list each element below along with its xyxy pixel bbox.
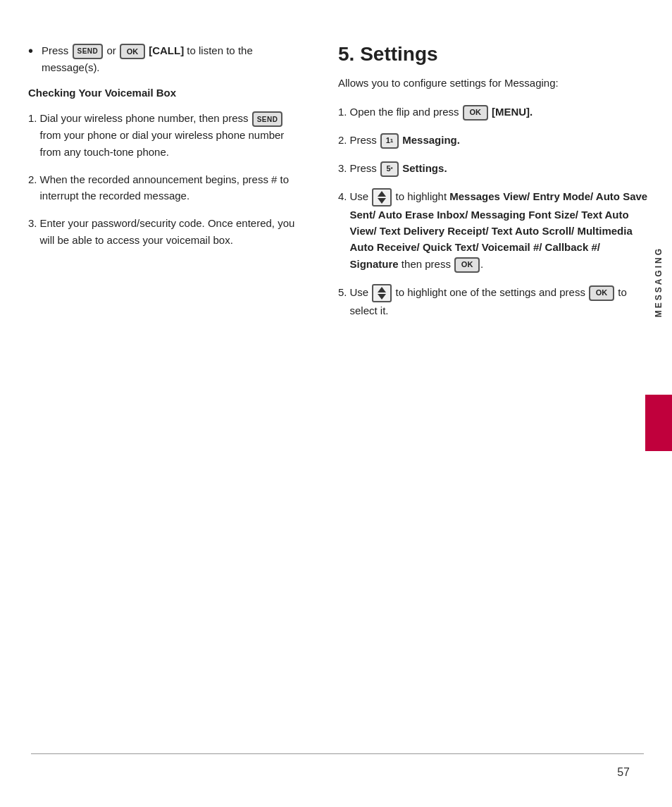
s5-num: 5. xyxy=(338,284,347,300)
s2-num: 2. xyxy=(338,132,347,148)
s5-content: Use to highlight one of the settings and… xyxy=(350,284,651,319)
settings-step-1: 1. Open the flip and press OK [MENU]. xyxy=(338,104,651,121)
send-btn-step1: SEND xyxy=(252,111,283,127)
s1-content: Open the flip and press OK [MENU]. xyxy=(350,104,651,121)
settings-step-3: 3. Press 5* Settings. xyxy=(338,160,651,177)
s3-content: Press 5* Settings. xyxy=(350,160,651,177)
voicemail-step-3: 3. Enter your password/security code. On… xyxy=(28,215,303,248)
step-2-content: When the recorded announcement begins, p… xyxy=(40,171,303,204)
ok-btn-s5: OK xyxy=(589,285,614,301)
page-number: 57 xyxy=(617,766,630,779)
step-3-num: 3. xyxy=(28,215,37,231)
s4-content: Use to highlight Messages View/ Entry Mo… xyxy=(350,188,651,273)
step-1-content: Dial your wireless phone number, then pr… xyxy=(40,110,303,160)
voicemail-steps: 1. Dial your wireless phone number, then… xyxy=(28,110,303,248)
bullet-dot: • xyxy=(28,40,33,61)
settings-title: 5. Settings xyxy=(338,42,651,66)
voicemail-heading: Checking Your Voicemail Box xyxy=(28,85,303,100)
settings-step-2: 2. Press 11 Messaging. xyxy=(338,132,651,149)
arrow-up-icon xyxy=(378,191,386,197)
arrow-down-icon-2 xyxy=(378,294,386,300)
send-button-icon: SEND xyxy=(73,44,104,59)
sidebar-container: MESSAGING xyxy=(645,247,672,317)
page-container: • Press SEND or OK [CALL] to listen to t… xyxy=(0,0,672,807)
ok-btn-s4: OK xyxy=(454,257,480,273)
ok-button-icon: OK xyxy=(120,44,145,59)
num-btn-5: 5* xyxy=(380,161,399,177)
right-column: 5. Settings Allows you to configure sett… xyxy=(324,42,651,765)
sidebar-bar xyxy=(645,395,672,451)
num-btn-1: 11 xyxy=(380,133,399,149)
step-2-num: 2. xyxy=(28,171,37,187)
settings-step-5: 5. Use to highlight one of the settings … xyxy=(338,284,651,319)
bullet-text: Press SEND or OK [CALL] to listen to the… xyxy=(42,42,303,75)
s1-num: 1. xyxy=(338,104,347,120)
settings-step-4: 4. Use to highlight Messages View/ Entry… xyxy=(338,188,651,273)
settings-intro: Allows you to configure settings for Mes… xyxy=(338,75,651,91)
left-column: • Press SEND or OK [CALL] to listen to t… xyxy=(28,42,324,765)
step-3-content: Enter your password/security code. Once … xyxy=(40,215,303,248)
arrow-btn-s5 xyxy=(372,284,392,302)
step-1-num: 1. xyxy=(28,110,37,126)
or-connector: or xyxy=(107,44,116,56)
s3-num: 3. xyxy=(338,160,347,176)
press-label: Press xyxy=(42,44,68,56)
arrow-down-icon xyxy=(378,198,386,204)
settings-steps: 1. Open the flip and press OK [MENU]. 2.… xyxy=(338,104,651,319)
arrow-btn-s4 xyxy=(372,188,392,207)
voicemail-step-1: 1. Dial your wireless phone number, then… xyxy=(28,110,303,160)
arrow-up-icon-2 xyxy=(378,287,386,292)
s2-content: Press 11 Messaging. xyxy=(350,132,651,149)
sidebar-label-text: MESSAGING xyxy=(654,247,664,317)
bullet-item-press: • Press SEND or OK [CALL] to listen to t… xyxy=(28,42,303,75)
ok-btn-s1: OK xyxy=(463,105,488,121)
voicemail-step-2: 2. When the recorded announcement begins… xyxy=(28,171,303,204)
bottom-rule xyxy=(31,753,644,754)
s4-num: 4. xyxy=(338,188,347,204)
